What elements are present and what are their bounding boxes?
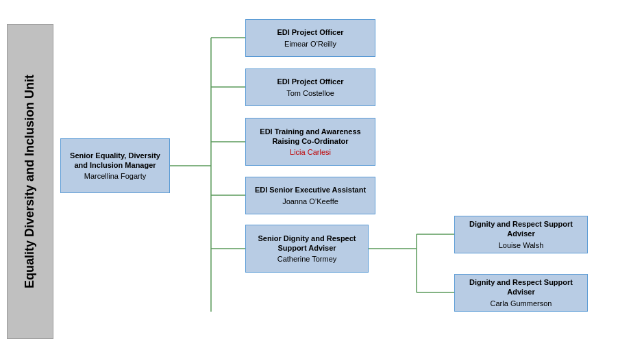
edi1-name: Eimear O’Reilly xyxy=(284,39,336,49)
manager-name: Marcellina Fogarty xyxy=(84,171,146,181)
left-banner: Equality Diversity and Inclusion Unit xyxy=(7,24,53,339)
dignity1-title: Dignity and Respect Support Adviser xyxy=(460,219,582,239)
chart-container: Equality Diversity and Inclusion Unit xyxy=(0,0,644,363)
manager-box: Senior Equality, Diversity and Inclusion… xyxy=(60,138,170,193)
edi3-title: EDI Training and Awareness Raising Co-Or… xyxy=(251,127,369,147)
edi1-title: EDI Project Officer xyxy=(277,27,343,37)
org-area: Senior Equality, Diversity and Inclusion… xyxy=(53,0,644,363)
dignity2-name: Carla Gummerson xyxy=(491,299,552,308)
manager-title: Senior Equality, Diversity and Inclusion… xyxy=(66,151,164,171)
edi1-box: EDI Project Officer Eimear O’Reilly xyxy=(245,19,375,57)
edi4-box: EDI Senior Executive Assistant Joanna O’… xyxy=(245,177,375,214)
edi3-name: Licia Carlesi xyxy=(290,147,331,157)
edi2-name: Tom Costelloe xyxy=(286,88,334,98)
dignity2-box: Dignity and Respect Support Adviser Carl… xyxy=(454,274,588,312)
edi4-name: Joanna O’Keeffe xyxy=(282,197,338,206)
senior-dignity-title: Senior Dignity and Respect Support Advis… xyxy=(251,234,362,253)
edi4-title: EDI Senior Executive Assistant xyxy=(255,185,366,195)
edi2-title: EDI Project Officer xyxy=(277,77,343,86)
dignity1-name: Louise Walsh xyxy=(499,240,544,250)
dignity1-box: Dignity and Respect Support Adviser Loui… xyxy=(454,216,588,253)
senior-dignity-box: Senior Dignity and Respect Support Advis… xyxy=(245,225,369,273)
senior-dignity-name: Catherine Tormey xyxy=(277,254,337,264)
dignity2-title: Dignity and Respect Support Adviser xyxy=(460,277,582,297)
banner-text: Equality Diversity and Inclusion Unit xyxy=(22,75,38,288)
edi2-box: EDI Project Officer Tom Costelloe xyxy=(245,68,375,106)
edi3-box: EDI Training and Awareness Raising Co-Or… xyxy=(245,118,375,166)
